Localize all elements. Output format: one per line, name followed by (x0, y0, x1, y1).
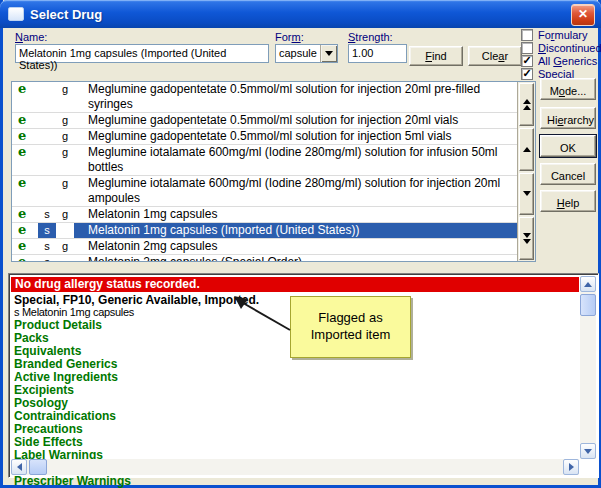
generic-flag: g (56, 82, 74, 97)
close-button[interactable]: ✕ (571, 4, 595, 26)
drug-row[interactable]: egMeglumine gadopentetate 0.5mmol/ml sol… (12, 113, 518, 129)
select-drug-dialog: Select Drug ✕ Name: Melatonin 1mg capsul… (0, 0, 601, 488)
window-icon (8, 7, 24, 21)
drug-name: Meglumine iotalamate 600mg/ml (Iodine 28… (74, 145, 518, 175)
drug-name: Meglumine gadopentetate 0.5mmol/ml solut… (74, 129, 518, 144)
drug-flags-line: Special, FP10, Generic Available, Import… (14, 293, 259, 307)
title-bar[interactable]: Select Drug ✕ (0, 0, 601, 28)
all-generics-checkbox[interactable]: ✓ (521, 55, 533, 67)
formulary-checkbox[interactable] (521, 29, 533, 41)
emis-e-icon: e (12, 255, 38, 261)
emis-e-icon: e (12, 207, 38, 221)
scroll-up-button[interactable] (580, 276, 596, 292)
drug-name: Meglumine gadopentetate 0.5mmol/ml solut… (74, 113, 518, 128)
drug-name: Melatonin 1mg capsules (Imported (United… (74, 223, 518, 238)
scroll-up-button[interactable] (519, 128, 534, 171)
generic-flag: g (56, 176, 74, 191)
name-input[interactable]: Melatonin 1mg capsules (Imported (United… (15, 44, 269, 63)
drug-row[interactable]: egMeglumine gadopentetate 0.5mmol/ml sol… (12, 82, 518, 113)
emis-e-icon: e (12, 223, 38, 237)
ok-button[interactable]: OK (540, 135, 596, 157)
generic-flag: g (56, 239, 74, 254)
drug-row[interactable]: egMeglumine gadopentetate 0.5mmol/ml sol… (12, 129, 518, 145)
checkmark-icon: ✓ (522, 67, 531, 79)
double-up-arrow-icon (523, 105, 531, 110)
special-flag: s (38, 255, 56, 261)
scroll-first-button[interactable] (519, 83, 534, 126)
horizontal-scroll-thumb[interactable] (29, 459, 47, 475)
generic-flag: g (56, 129, 74, 144)
clear-button[interactable]: Clear (468, 46, 522, 66)
list-scrollbar (517, 82, 535, 261)
scroll-down-button[interactable] (519, 173, 534, 216)
find-button[interactable]: Find (409, 46, 463, 66)
drug-row-selected[interactable]: esMelatonin 1mg capsules (Imported (Unit… (12, 223, 518, 239)
close-icon: ✕ (578, 7, 588, 21)
emis-e-icon: e (12, 129, 38, 143)
strength-input[interactable]: 1.00 (348, 44, 407, 63)
drug-row[interactable]: egMeglumine iotalamate 600mg/ml (Iodine … (12, 145, 518, 176)
drug-name: Melatonin 2mg capsules (74, 239, 518, 254)
cancel-button[interactable]: Cancel (540, 163, 596, 185)
emis-e-icon: e (12, 145, 38, 159)
info-link-prescriber-warnings[interactable]: Prescriber Warnings (14, 475, 131, 488)
drug-row[interactable]: esgMelatonin 2mg capsules (12, 239, 518, 255)
name-input-value: Melatonin 1mg capsules (Imported (United… (19, 47, 226, 71)
double-down-arrow-icon (523, 233, 531, 238)
left-arrow-icon (17, 463, 22, 471)
double-down-arrow-icon (523, 239, 531, 244)
form-label: Form: (275, 31, 304, 43)
info-vertical-scrollbar[interactable] (580, 276, 596, 459)
discontinued-label: Discontinued (538, 42, 601, 54)
info-horizontal-scrollbar[interactable] (11, 459, 579, 475)
allergy-status-banner: No drug allergy status recorded. (11, 277, 579, 292)
emis-e-icon: e (12, 176, 38, 190)
selected-drug-line: s Melatonin 1mg capsules (14, 306, 134, 318)
emis-e-icon: e (12, 113, 38, 127)
generic-flag: g (56, 113, 74, 128)
drug-row[interactable]: esMelatonin 2mg capsules (Special Order) (12, 255, 518, 261)
special-flag: s (38, 207, 56, 222)
emis-e-icon: e (12, 82, 38, 96)
scroll-down-button[interactable] (580, 443, 596, 459)
name-label: Name: (15, 31, 47, 43)
down-arrow-icon (523, 191, 531, 196)
up-arrow-icon (584, 282, 592, 287)
right-arrow-icon (569, 463, 574, 471)
drug-name: Meglumine gadopentetate 0.5mmol/ml solut… (74, 82, 518, 112)
drug-name: Melatonin 1mg capsules (74, 207, 518, 222)
drug-results-list: egMeglumine gadopentetate 0.5mmol/ml sol… (11, 81, 536, 262)
filter-discontinued[interactable]: Discontinued (521, 41, 601, 54)
checkmark-icon: ✓ (522, 54, 531, 66)
hierarchy-button[interactable]: Hierarchy (540, 107, 596, 129)
drug-row[interactable]: egMeglumine iotalamate 600mg/ml (Iodine … (12, 176, 518, 207)
chevron-down-icon (325, 51, 333, 56)
help-button[interactable]: Help (540, 190, 596, 212)
mode-button[interactable]: Mode... (540, 78, 596, 100)
filter-all-generics[interactable]: ✓ All Generics (521, 54, 597, 67)
emis-e-icon: e (12, 239, 38, 253)
special-checkbox[interactable]: ✓ (521, 68, 533, 80)
strength-input-value: 1.00 (352, 47, 373, 59)
special-flag: s (38, 239, 56, 254)
drug-rows: egMeglumine gadopentetate 0.5mmol/ml sol… (12, 82, 518, 261)
callout-line2: Imported item (291, 326, 410, 343)
generic-flag: g (56, 207, 74, 222)
drug-name: Melatonin 2mg capsules (Special Order) (74, 255, 518, 261)
double-up-arrow-icon (523, 99, 531, 104)
form-dropdown[interactable]: capsule (275, 44, 338, 63)
scroll-last-button[interactable] (519, 217, 534, 260)
formulary-label: Formulary (538, 29, 588, 41)
strength-label: Strength: (348, 31, 393, 43)
vertical-scroll-thumb[interactable] (580, 294, 596, 316)
scroll-right-button[interactable] (563, 459, 579, 475)
dropdown-button[interactable] (320, 45, 337, 62)
form-dropdown-value: capsule (279, 47, 317, 59)
discontinued-checkbox[interactable] (521, 42, 533, 54)
scroll-left-button[interactable] (11, 459, 27, 475)
down-arrow-icon (584, 449, 592, 454)
up-arrow-icon (523, 147, 531, 152)
annotation-callout: Flagged as Imported item (290, 296, 411, 358)
filter-formulary[interactable]: Formulary (521, 28, 588, 41)
drug-row[interactable]: esgMelatonin 1mg capsules (12, 207, 518, 223)
